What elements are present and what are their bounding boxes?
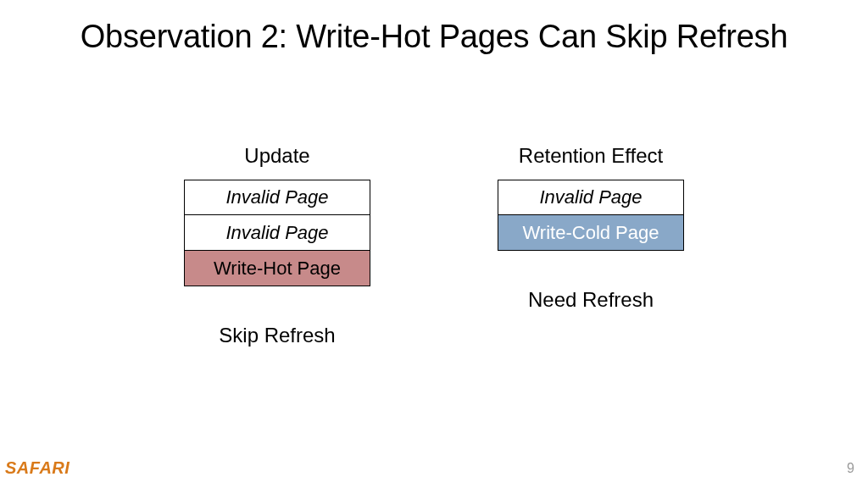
right-bottom-label: Need Refresh — [528, 288, 654, 312]
page-block-invalid: Invalid Page — [184, 180, 370, 215]
page-block-write-cold: Write-Cold Page — [498, 215, 684, 251]
left-bottom-label: Skip Refresh — [219, 324, 335, 347]
right-column: Retention Effect Invalid Page Write-Cold… — [498, 144, 684, 347]
page-number: 9 — [847, 461, 854, 476]
left-top-label: Update — [244, 144, 309, 168]
safari-logo: SAFARI — [5, 458, 70, 478]
left-stack: Invalid Page Invalid Page Write-Hot Page — [184, 180, 370, 286]
right-top-label: Retention Effect — [519, 144, 663, 168]
page-block-invalid: Invalid Page — [184, 215, 370, 251]
slide-title: Observation 2: Write-Hot Pages Can Skip … — [0, 19, 868, 55]
left-column: Update Invalid Page Invalid Page Write-H… — [184, 144, 370, 347]
diagram-columns: Update Invalid Page Invalid Page Write-H… — [0, 144, 868, 347]
page-block-write-hot: Write-Hot Page — [184, 251, 370, 286]
right-stack: Invalid Page Write-Cold Page — [498, 180, 684, 251]
page-block-invalid: Invalid Page — [498, 180, 684, 215]
